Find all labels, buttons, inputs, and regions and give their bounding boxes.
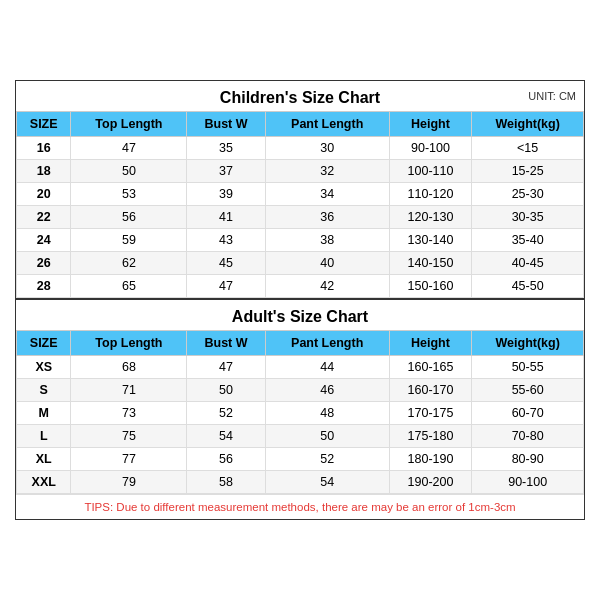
adult-col-height: Height (389, 331, 472, 356)
table-row: 1647353090-100<15 (17, 137, 584, 160)
children-title-row: Children's Size Chart UNIT: CM (16, 81, 584, 111)
adult-section-title: Adult's Size Chart (232, 308, 368, 325)
size-chart: Children's Size Chart UNIT: CM SIZE Top … (15, 80, 585, 520)
tips-text: TIPS: Due to different measurement metho… (16, 494, 584, 519)
table-row: M735248170-17560-70 (17, 402, 584, 425)
children-col-bust: Bust W (187, 112, 265, 137)
children-col-size: SIZE (17, 112, 71, 137)
table-row: L755450175-18070-80 (17, 425, 584, 448)
adult-table: SIZE Top Length Bust W Pant Length Heigh… (16, 330, 584, 494)
table-row: 28654742150-16045-50 (17, 275, 584, 298)
adult-col-pant: Pant Length (265, 331, 389, 356)
children-col-weight: Weight(kg) (472, 112, 584, 137)
children-col-pant: Pant Length (265, 112, 389, 137)
unit-label: UNIT: CM (528, 90, 576, 102)
adult-col-weight: Weight(kg) (472, 331, 584, 356)
children-section-title: Children's Size Chart (220, 89, 380, 106)
table-row: 18503732100-11015-25 (17, 160, 584, 183)
table-row: 22564136120-13030-35 (17, 206, 584, 229)
children-col-top: Top Length (71, 112, 187, 137)
table-row: 26624540140-15040-45 (17, 252, 584, 275)
table-row: 20533934110-12025-30 (17, 183, 584, 206)
adult-col-size: SIZE (17, 331, 71, 356)
table-row: S715046160-17055-60 (17, 379, 584, 402)
table-row: XL775652180-19080-90 (17, 448, 584, 471)
adult-title-row: Adult's Size Chart (16, 298, 584, 330)
table-row: XS684744160-16550-55 (17, 356, 584, 379)
adult-header-row: SIZE Top Length Bust W Pant Length Heigh… (17, 331, 584, 356)
children-header-row: SIZE Top Length Bust W Pant Length Heigh… (17, 112, 584, 137)
children-col-height: Height (389, 112, 472, 137)
children-table: SIZE Top Length Bust W Pant Length Heigh… (16, 111, 584, 298)
table-row: XXL795854190-20090-100 (17, 471, 584, 494)
adult-col-top: Top Length (71, 331, 187, 356)
adult-col-bust: Bust W (187, 331, 265, 356)
table-row: 24594338130-14035-40 (17, 229, 584, 252)
